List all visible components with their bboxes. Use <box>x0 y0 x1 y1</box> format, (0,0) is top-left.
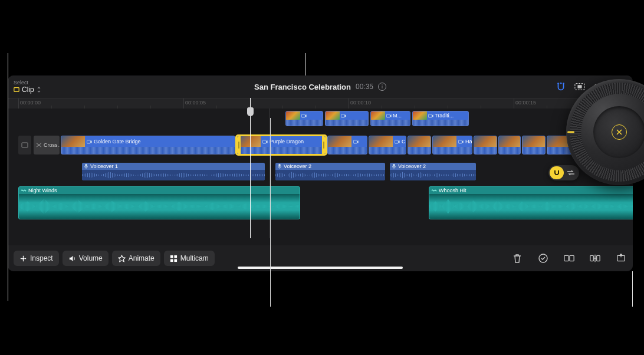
delete-icon[interactable] <box>511 252 523 264</box>
chevron-updown-icon <box>37 87 41 93</box>
connected-clip[interactable]: Traditi... <box>412 111 469 126</box>
svg-rect-5 <box>301 114 305 117</box>
callout-line <box>8 53 8 301</box>
snapping-icon[interactable] <box>556 83 566 91</box>
music-row: Night WindsWhoosh Hit <box>8 186 633 219</box>
svg-point-23 <box>22 257 24 259</box>
connect-clip-icon[interactable] <box>563 252 575 264</box>
timeline-tracks[interactable]: M...Traditi... Cross...Golden Gate Bridg… <box>8 109 633 238</box>
volume-icon <box>68 255 76 262</box>
primary-clip[interactable] <box>522 136 546 155</box>
voiceover-clip[interactable]: Voiceover 2 <box>390 163 476 180</box>
time-ruler[interactable]: 00:00:0000:00:0500:00:1000:00:15 <box>8 98 633 109</box>
timeline-header: Select Clip San Francisco Celebration 00… <box>8 75 633 98</box>
voiceover-row: Voiceover 1Voiceover 2Voiceover 2 <box>8 163 633 180</box>
select-mode: Clip <box>22 86 34 94</box>
inspect-button[interactable]: Inspect <box>14 251 59 266</box>
project-duration: 00:35 <box>356 83 373 91</box>
transition-label: Cross... <box>44 142 60 148</box>
clip-label: C... <box>402 139 406 144</box>
ruler-tick <box>18 98 19 109</box>
svg-rect-9 <box>22 143 28 147</box>
overwrite-clip-icon[interactable] <box>615 252 627 264</box>
svg-rect-7 <box>386 114 390 117</box>
svg-rect-20 <box>85 164 87 167</box>
insert-clip-icon[interactable] <box>589 252 601 264</box>
primary-clip[interactable] <box>408 136 431 155</box>
clip-label: Night Winds <box>28 188 57 193</box>
ruler-label: 00:00:15 <box>515 100 536 106</box>
clip-label: Voiceover 1 <box>90 163 118 169</box>
primary-clip[interactable]: C... <box>369 136 406 155</box>
svg-rect-26 <box>170 259 173 262</box>
enable-disable-icon[interactable] <box>537 252 549 264</box>
volume-button[interactable]: Volume <box>63 251 109 266</box>
svg-rect-31 <box>590 255 593 261</box>
connected-clip[interactable] <box>325 111 369 126</box>
music-clip[interactable]: Whoosh Hit <box>429 186 633 219</box>
jog-marker <box>567 132 574 133</box>
svg-rect-13 <box>395 140 398 143</box>
clip-mode-icon <box>14 87 19 93</box>
svg-rect-22 <box>393 164 395 167</box>
nudge-magnet-icon[interactable] <box>550 166 564 179</box>
clip-label: Traditi... <box>435 113 454 119</box>
primary-clip[interactable]: Purple Dragon <box>236 136 326 155</box>
svg-rect-12 <box>353 140 357 143</box>
primary-clip[interactable]: Pa... <box>498 136 521 155</box>
callout-line <box>270 118 271 307</box>
trim-handle-right[interactable] <box>322 136 326 154</box>
primary-clip[interactable] <box>327 136 367 155</box>
callout-line <box>305 53 306 75</box>
connected-clip[interactable] <box>285 111 323 126</box>
inspect-icon <box>19 255 27 262</box>
clip-label: Purple Dragon <box>270 139 304 144</box>
music-clip[interactable]: Night Winds <box>18 186 300 219</box>
svg-rect-24 <box>170 255 173 258</box>
svg-rect-25 <box>174 255 177 258</box>
jog-close-button[interactable] <box>612 124 627 140</box>
primary-clip[interactable]: Golden Gate Bridge <box>61 136 235 155</box>
transition-clip[interactable]: Cross... <box>34 136 60 155</box>
voiceover-clip[interactable]: Voiceover 2 <box>275 163 385 180</box>
svg-rect-21 <box>278 164 280 167</box>
info-icon[interactable]: i <box>378 83 386 91</box>
ruler-tick <box>183 98 184 109</box>
svg-rect-11 <box>262 140 266 143</box>
svg-rect-10 <box>87 140 90 143</box>
clip-label: M... <box>393 113 402 119</box>
callout-line <box>632 271 633 307</box>
connected-clip[interactable]: M... <box>370 111 410 126</box>
connected-storyline-row: M...Traditi... <box>8 111 633 126</box>
svg-rect-6 <box>341 114 344 117</box>
select-label: Select <box>14 80 41 86</box>
svg-point-28 <box>539 254 547 262</box>
svg-rect-15 <box>458 140 462 143</box>
clip-label: Voiceover 2 <box>398 163 426 169</box>
home-indicator <box>238 267 403 269</box>
primary-clip[interactable]: Happy... <box>432 136 472 155</box>
primary-clip[interactable] <box>474 136 497 155</box>
svg-point-2 <box>563 83 564 84</box>
ruler-label: 00:00:05 <box>185 100 206 106</box>
svg-rect-29 <box>564 255 569 261</box>
storyline-handle[interactable] <box>18 136 31 155</box>
clip-label: Voiceover 2 <box>284 163 311 169</box>
clip-label: Golden Gate Bridge <box>94 139 141 144</box>
trim-handle-left[interactable] <box>237 136 241 154</box>
multicam-icon <box>170 255 178 262</box>
multicam-button[interactable]: Multicam <box>164 251 215 266</box>
primary-storyline-row: Cross...Golden Gate BridgePurple DragonC… <box>8 136 633 155</box>
edit-mode-selector[interactable]: Select Clip <box>14 80 41 94</box>
svg-rect-27 <box>174 259 177 262</box>
jog-wheel[interactable] <box>566 79 644 185</box>
ruler-label: 00:00:10 <box>350 100 371 106</box>
animate-button[interactable]: Animate <box>112 251 160 266</box>
storyline-icon <box>21 142 28 148</box>
svg-point-1 <box>557 83 559 84</box>
ruler-label: 00:00:00 <box>20 100 41 106</box>
voiceover-clip[interactable]: Voiceover 1 <box>82 163 265 180</box>
svg-rect-32 <box>597 255 600 261</box>
animate-icon <box>118 255 126 262</box>
timeline-editor: Select Clip San Francisco Celebration 00… <box>8 75 633 271</box>
